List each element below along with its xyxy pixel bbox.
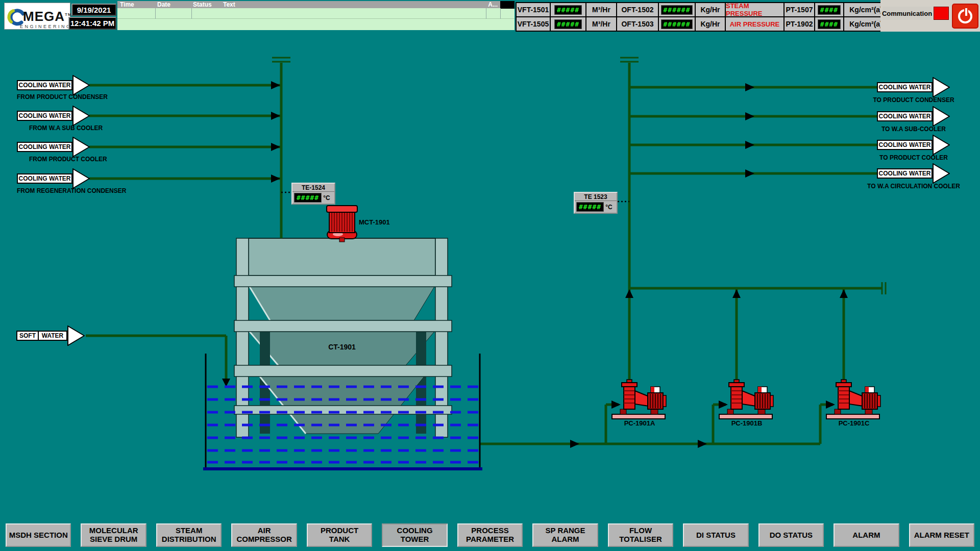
- alarm-col-text: Text: [223, 1, 235, 8]
- tag-pt-1902: PT-1902: [785, 17, 814, 31]
- inlet-label-2: COOLING WATER: [17, 111, 72, 121]
- nav-do-status[interactable]: DO STATUS: [758, 523, 824, 547]
- nav-flow-totaliser[interactable]: FLOW TOTALISER: [608, 523, 673, 547]
- nav-sp-range-alarm[interactable]: SP RANGE ALARM: [532, 523, 598, 547]
- label-air-pressure: AIR PRESSURE: [726, 17, 783, 31]
- alarm-banner: Time Date Status Text A...: [117, 1, 514, 30]
- pump-graphic-b: [719, 380, 773, 419]
- communication-panel: Communication: [880, 0, 980, 32]
- stream-arrow-icon: [933, 106, 950, 127]
- stream-arrow-icon: [933, 77, 950, 97]
- outlet-caption-2: TO W.A SUB-COOLER: [842, 126, 980, 133]
- stream-arrow-icon: [72, 168, 90, 189]
- inlet-label-4: COOLING WATER: [17, 173, 72, 184]
- label-steam-pressure: STEAM PRESSURE: [726, 3, 783, 16]
- outlet-label-3: COOLING WATER: [877, 140, 933, 150]
- te-1523-unit: °C: [605, 204, 612, 211]
- unit-vft-1505: M³/Hr: [586, 17, 616, 31]
- outlet-caption-4: TO W.A CIRCULATION COOLER: [842, 183, 980, 190]
- outlet-stream-2: COOLING WATER: [877, 106, 950, 127]
- tag-vft-1501: VFT-1501: [517, 3, 550, 16]
- alarm-col-time: Time: [120, 1, 134, 8]
- soft-water-label-1: SOFT: [16, 331, 39, 341]
- outlet-stream-1: COOLING WATER: [877, 77, 950, 97]
- fan-motor-graphic: [327, 206, 357, 242]
- navigation-bar: MSDH SECTION MOLECULAR SIEVE DRUM STEAM …: [0, 523, 980, 547]
- inlet-caption-4: FROM REGENERATION CONDENSER: [17, 187, 126, 194]
- logo-sub-text: ENGINEERING: [20, 24, 72, 29]
- alarm-row: [117, 19, 514, 30]
- inlet-stream-1: COOLING WATER: [17, 75, 90, 95]
- nav-alarm[interactable]: ALARM: [834, 523, 899, 547]
- outlet-label-1: COOLING WATER: [877, 82, 933, 92]
- stream-arrow-icon: [67, 325, 85, 346]
- unit-vft-1501: M³/Hr: [586, 3, 616, 16]
- alarm-col-status: Status: [193, 1, 212, 8]
- te-1524-value: #####: [294, 193, 322, 203]
- alarm-row: [117, 8, 514, 19]
- motor-tag-label: MCT-1901: [359, 218, 390, 226]
- outlet-stream-3: COOLING WATER: [877, 135, 950, 155]
- stream-arrow-icon: [72, 137, 90, 157]
- value-oft-1503: ######: [659, 17, 695, 31]
- soft-water-stream: SOFT WATER: [16, 325, 85, 346]
- logo-brand-text: MEGATM: [23, 9, 72, 24]
- value-vft-1501: #####: [551, 3, 585, 16]
- te-1524-unit: °C: [323, 194, 330, 202]
- pump-a-tag-label: PC-1901A: [609, 419, 670, 427]
- pump-b-tag-label: PC-1901B: [716, 419, 777, 427]
- inlet-label-1: COOLING WATER: [17, 80, 72, 90]
- value-pt-1507: ####: [815, 3, 843, 16]
- date-display: 9/19/2021: [71, 4, 116, 16]
- tag-oft-1503: OFT-1503: [617, 17, 658, 31]
- tag-oft-1502: OFT-1502: [617, 3, 658, 16]
- shutdown-button[interactable]: [952, 4, 978, 29]
- cooling-tower-graphic: [234, 238, 452, 437]
- value-oft-1502: ######: [659, 3, 695, 16]
- te-1524-tag: TE-1524: [292, 184, 334, 192]
- outlet-label-4: COOLING WATER: [877, 168, 933, 179]
- top-bar: MEGATM ENGINEERING 9/19/2021 12:41:42 PM…: [0, 0, 980, 32]
- stream-arrow-icon: [72, 106, 90, 126]
- instrument-readout-table: VFT-1501 ##### M³/Hr OFT-1502 ###### Kg/…: [516, 2, 889, 32]
- nav-steam-distribution[interactable]: STEAM DISTRIBUTION: [156, 523, 222, 547]
- nav-air-compressor[interactable]: AIR COMPRESSOR: [231, 523, 297, 547]
- power-icon: [958, 9, 972, 23]
- te-1523-indicator: TE 1523 ##### °C: [574, 192, 618, 214]
- unit-oft-1503: Kg/Hr: [696, 17, 725, 31]
- te-1523-value: #####: [576, 202, 604, 212]
- inlet-caption-3: FROM PRODUCT COOLER: [29, 156, 107, 163]
- nav-di-status[interactable]: DI STATUS: [683, 523, 748, 547]
- stream-arrow-icon: [72, 75, 90, 95]
- nav-msdh-section[interactable]: MSDH SECTION: [6, 523, 71, 547]
- pump-c-tag-label: PC-1901C: [823, 419, 885, 427]
- outlet-stream-4: COOLING WATER: [877, 163, 950, 184]
- stream-arrow-icon: [933, 135, 950, 155]
- process-diagram-graphic: [0, 0, 980, 551]
- communication-label: Communication: [883, 7, 932, 20]
- inlet-stream-4: COOLING WATER: [17, 168, 90, 189]
- alarm-col-ack: A...: [475, 1, 498, 8]
- nav-cooling-tower[interactable]: COOLING TOWER: [382, 523, 447, 547]
- value-pt-1902: ####: [815, 17, 843, 31]
- nav-alarm-reset[interactable]: ALARM RESET: [909, 523, 974, 547]
- te-1523-tag: TE 1523: [575, 193, 617, 201]
- nav-product-tank[interactable]: PRODUCT TANK: [307, 523, 372, 547]
- nav-molecular-sieve-drum[interactable]: MOLECULAR SIEVE DRUM: [81, 523, 146, 547]
- value-vft-1505: #####: [551, 17, 585, 31]
- logo-tm: TM: [65, 12, 72, 17]
- company-logo: MEGATM ENGINEERING: [4, 3, 70, 30]
- pump-graphic-a: [612, 380, 666, 419]
- inlet-label-3: COOLING WATER: [17, 142, 72, 152]
- inlet-caption-2: FROM W.A SUB COOLER: [29, 124, 103, 132]
- inlet-caption-1: FROM PRODUCT CONDENSER: [17, 93, 108, 101]
- pump-graphic-c: [826, 380, 880, 419]
- tag-pt-1507: PT-1507: [785, 3, 814, 16]
- soft-water-label-2: WATER: [39, 331, 67, 341]
- alarm-banner-blackbox: [500, 1, 514, 9]
- alarm-banner-header: Time Date Status Text A...: [117, 1, 514, 8]
- outlet-caption-1: TO PRODUCT CONDENSER: [842, 96, 980, 104]
- te-1524-indicator: TE-1524 ##### °C: [291, 183, 335, 205]
- nav-process-parameter[interactable]: PROCESS PARAMETER: [457, 523, 523, 547]
- communication-status-indicator: [934, 7, 949, 20]
